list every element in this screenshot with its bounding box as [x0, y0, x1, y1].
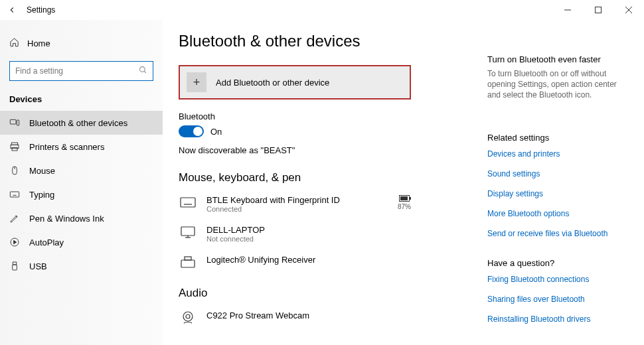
svg-line-5 — [144, 71, 146, 73]
svg-marker-20 — [14, 240, 17, 243]
tip-body: To turn Bluetooth on or off without open… — [487, 68, 627, 101]
main-content: Bluetooth & other devices + Add Bluetoot… — [179, 32, 487, 345]
close-button[interactable] — [613, 0, 644, 20]
link-sharing-files[interactable]: Sharing files over Bluetooth — [487, 295, 627, 304]
svg-rect-8 — [11, 143, 17, 145]
svg-rect-1 — [596, 7, 602, 13]
device-name: C922 Pro Stream Webcam — [206, 310, 309, 320]
link-fixing-bluetooth[interactable]: Fixing Bluetooth connections — [487, 275, 627, 284]
sidebar-item-label: Printers & scanners — [29, 142, 104, 152]
add-device-button[interactable]: + Add Bluetooth or other device — [179, 65, 411, 100]
svg-rect-35 — [181, 260, 195, 267]
home-nav[interactable]: Home — [0, 32, 163, 54]
svg-rect-30 — [410, 197, 411, 200]
svg-point-39 — [183, 312, 193, 321]
right-panel: Turn on Bluetooth even faster To turn Bl… — [487, 32, 627, 345]
sidebar-item-label: Pen & Windows Ink — [29, 214, 104, 224]
autoplay-icon — [9, 237, 20, 247]
svg-rect-13 — [10, 192, 19, 197]
svg-point-40 — [186, 314, 190, 318]
discoverable-text: Now discoverable as "BEAST" — [179, 145, 474, 155]
add-device-label: Add Bluetooth or other device — [216, 78, 329, 88]
sidebar-item-mouse[interactable]: Mouse — [0, 159, 163, 182]
sidebar-item-usb[interactable]: USB — [0, 254, 163, 278]
home-icon — [9, 37, 19, 49]
home-label: Home — [27, 38, 50, 48]
link-more-bluetooth[interactable]: More Bluetooth options — [487, 209, 627, 218]
svg-rect-21 — [13, 262, 16, 265]
device-row[interactable]: C922 Pro Stream Webcam — [179, 307, 411, 333]
link-sound-settings[interactable]: Sound settings — [487, 169, 627, 178]
device-name: Logitech® Unifying Receiver — [206, 255, 315, 265]
printer-icon — [9, 141, 20, 152]
svg-rect-36 — [185, 257, 191, 260]
group-audio: Audio — [179, 287, 474, 300]
titlebar: Settings — [0, 0, 644, 20]
svg-rect-22 — [13, 265, 17, 270]
app-title: Settings — [24, 5, 55, 15]
device-status: Connected — [206, 205, 340, 213]
bluetooth-label: Bluetooth — [179, 111, 474, 121]
plus-icon: + — [187, 72, 206, 92]
devices-icon — [9, 117, 20, 128]
battery-percent: 87% — [398, 203, 411, 210]
bluetooth-state: On — [210, 127, 222, 137]
link-send-receive-files[interactable]: Send or receive files via Bluetooth — [487, 229, 627, 238]
sidebar-item-label: USB — [29, 261, 47, 271]
search-icon — [139, 66, 147, 76]
device-name: DELL-LAPTOP — [206, 225, 265, 235]
device-row[interactable]: DELL-LAPTOP Not connected — [179, 221, 411, 251]
svg-rect-6 — [10, 119, 16, 124]
back-button[interactable] — [0, 0, 24, 20]
svg-rect-31 — [400, 196, 408, 200]
device-status: Not connected — [206, 235, 265, 243]
receiver-icon — [179, 255, 197, 269]
search-placeholder: Find a setting — [15, 66, 63, 76]
page-title: Bluetooth & other devices — [179, 32, 474, 50]
bluetooth-toggle[interactable] — [179, 125, 204, 137]
minimize-button[interactable] — [552, 0, 583, 20]
monitor-icon — [179, 225, 197, 240]
sidebar-item-typing[interactable]: Typing — [0, 182, 163, 206]
search-input[interactable]: Find a setting — [9, 61, 153, 81]
mouse-icon — [9, 165, 20, 176]
device-name: BTLE Keyboard with Fingerprint ID — [206, 195, 340, 205]
svg-rect-32 — [181, 227, 195, 236]
keyboard-icon — [9, 189, 20, 200]
usb-icon — [9, 261, 20, 271]
sidebar-item-autoplay[interactable]: AutoPlay — [0, 230, 163, 254]
pen-icon — [9, 213, 20, 224]
maximize-button[interactable] — [583, 0, 613, 20]
related-settings-head: Related settings — [487, 133, 627, 143]
webcam-icon — [179, 310, 197, 325]
battery-icon — [399, 196, 411, 203]
sidebar-item-label: Bluetooth & other devices — [29, 118, 127, 128]
link-devices-printers[interactable]: Devices and printers — [487, 149, 627, 159]
device-row[interactable]: Logitech® Unifying Receiver — [179, 251, 411, 277]
svg-point-4 — [140, 67, 145, 72]
link-display-settings[interactable]: Display settings — [487, 189, 627, 198]
sidebar-item-printers[interactable]: Printers & scanners — [0, 135, 163, 159]
sidebar-section: Devices — [0, 90, 163, 111]
sidebar-item-pen[interactable]: Pen & Windows Ink — [0, 206, 163, 230]
group-mouse-keyboard-pen: Mouse, keyboard, & pen — [179, 171, 474, 184]
help-head: Have a question? — [487, 258, 627, 268]
svg-rect-23 — [181, 198, 195, 207]
sidebar-item-bluetooth[interactable]: Bluetooth & other devices — [0, 111, 163, 135]
svg-rect-7 — [17, 120, 19, 125]
keyboard-icon — [179, 195, 197, 210]
svg-rect-10 — [12, 147, 17, 151]
device-row[interactable]: BTLE Keyboard with Fingerprint ID Connec… — [179, 191, 411, 221]
sidebar: Home Find a setting Devices Bluetooth & … — [0, 20, 163, 345]
tip-title: Turn on Bluetooth even faster — [487, 54, 627, 64]
sidebar-item-label: Typing — [29, 190, 54, 200]
sidebar-item-label: Mouse — [29, 166, 55, 176]
link-reinstalling-drivers[interactable]: Reinstalling Bluetooth drivers — [487, 314, 627, 324]
sidebar-item-label: AutoPlay — [29, 238, 64, 247]
